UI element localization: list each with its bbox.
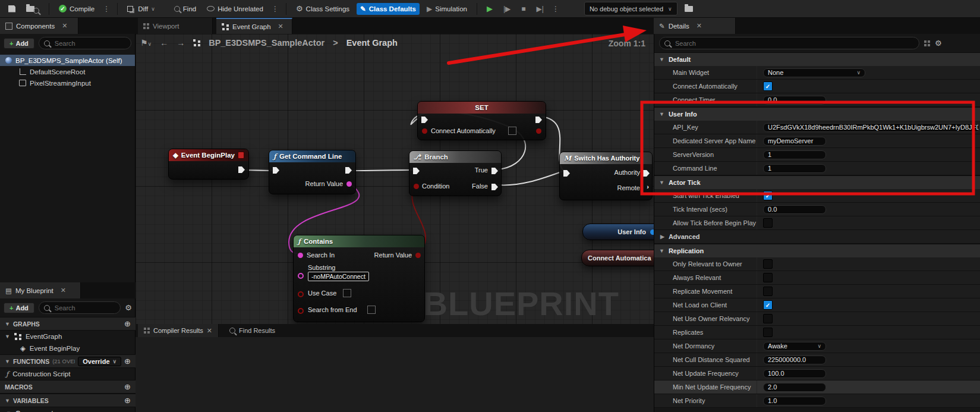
tab-details[interactable]: ✎ Details ✕ xyxy=(654,18,736,34)
tree-item[interactable]: BP_E3DSMPS_SampleActor (Self) xyxy=(0,55,135,66)
close-icon[interactable]: ✕ xyxy=(278,23,283,30)
components-search-input[interactable] xyxy=(53,39,126,48)
details-search[interactable] xyxy=(659,37,919,49)
details-category[interactable]: ▼Default xyxy=(654,52,980,66)
class-defaults-button[interactable]: ✎Class Defaults xyxy=(357,3,420,15)
hide-unrelated-button[interactable]: Hide Unrelated xyxy=(203,4,267,14)
property-input[interactable]: 1 xyxy=(763,164,826,173)
property-checkbox[interactable] xyxy=(763,314,773,323)
use-case-pin[interactable] xyxy=(298,291,304,297)
frame-skip-button[interactable]: |▶ xyxy=(500,3,514,15)
property-input[interactable]: 1 xyxy=(763,150,826,159)
property-checkbox[interactable]: ✓ xyxy=(763,191,773,200)
details-search-input[interactable] xyxy=(674,39,914,48)
node-branch[interactable]: ⎇Branch True Condition False xyxy=(409,150,502,196)
node-get-command-line[interactable]: ƒGet Command Line Return Value xyxy=(269,150,356,194)
close-icon[interactable]: ✕ xyxy=(207,327,212,335)
class-settings-button[interactable]: ⚙Class Settings xyxy=(292,2,353,15)
debug-object-dropdown[interactable]: No debug object selected∨ xyxy=(584,2,678,15)
property-input[interactable]: 2.0 xyxy=(763,383,826,392)
components-category[interactable]: ▼ Components xyxy=(0,407,136,412)
compile-options-button[interactable]: ⋮ xyxy=(102,5,111,13)
property-input[interactable]: myDemoServer xyxy=(763,137,826,146)
diff-button[interactable]: Diff∨ xyxy=(124,4,159,14)
item-eventgraph[interactable]: ▼ EventGraph xyxy=(0,331,136,342)
save-button[interactable] xyxy=(5,4,19,14)
property-checkbox[interactable] xyxy=(763,328,773,337)
stop-button[interactable]: ■ xyxy=(518,3,529,15)
exec-out-pin[interactable] xyxy=(345,167,352,174)
add-graph-button[interactable]: ⊕ xyxy=(124,319,131,328)
return-value-pin[interactable] xyxy=(415,253,421,258)
play-button[interactable]: ▶ xyxy=(483,2,496,15)
property-input[interactable]: 100.0 xyxy=(763,369,826,378)
tree-item[interactable]: PixelStreamingInput xyxy=(0,77,135,89)
return-value-pin[interactable] xyxy=(346,181,352,187)
debug-browse-button[interactable] xyxy=(681,4,697,14)
true-exec-pin[interactable] xyxy=(491,168,498,174)
close-icon[interactable]: ✕ xyxy=(62,22,67,30)
back-arrow-icon[interactable]: ← xyxy=(160,38,168,48)
remote-expand-icon[interactable]: › xyxy=(647,183,649,190)
exec-out-pin[interactable] xyxy=(535,117,542,123)
exec-out-pin[interactable] xyxy=(238,166,245,173)
tree-item[interactable]: DefaultSceneRoot xyxy=(0,66,135,77)
property-input[interactable]: 1.0 xyxy=(763,397,826,405)
property-input[interactable]: 0.0 xyxy=(763,96,826,105)
macros-section-header[interactable]: MACROS ⊕ xyxy=(0,380,136,394)
forward-arrow-icon[interactable]: → xyxy=(177,38,185,48)
tab-compiler-results[interactable]: Compiler Results ✕ xyxy=(138,324,219,337)
node-connect-automatically-variable[interactable]: Connect Automatica xyxy=(581,250,654,266)
bool-checkbox[interactable] xyxy=(508,127,516,135)
bool-in-pin[interactable] xyxy=(422,128,427,134)
substring-pin[interactable] xyxy=(298,273,304,279)
gear-icon[interactable]: ⚙ xyxy=(125,303,132,312)
property-input[interactable]: 0.0 xyxy=(763,205,826,214)
item-event-beginplay[interactable]: ◈ Event BeginPlay xyxy=(0,342,136,354)
breadcrumb-root[interactable]: BP_E3DSMPS_SampleActor xyxy=(209,38,324,48)
tab-components[interactable]: Components ✕ xyxy=(0,18,78,34)
property-checkbox[interactable] xyxy=(763,287,773,296)
node-contains[interactable]: ƒContains Search In Return Value Substri… xyxy=(293,235,425,322)
property-dropdown[interactable]: None∨ xyxy=(763,68,865,77)
property-input[interactable]: U2FsdGVkX18d9heedrnB30IRmPkbQ1Wk1+K1bUig… xyxy=(763,123,979,132)
property-checkbox[interactable] xyxy=(763,218,773,228)
property-checkbox[interactable]: ✓ xyxy=(763,81,773,91)
tab-my-blueprint[interactable]: ▤ My Blueprint ✕ xyxy=(0,282,81,298)
close-icon[interactable]: ✕ xyxy=(697,22,702,30)
event-graph-canvas[interactable]: ⚑∨ ← → BP_E3DSMPS_SampleActor > Event Gr… xyxy=(136,34,654,324)
exec-in-pin[interactable] xyxy=(563,170,570,177)
tab-viewport[interactable]: Viewport xyxy=(138,18,213,34)
details-category[interactable]: ▼Actor Tick xyxy=(654,175,980,189)
property-input[interactable]: 225000000.0 xyxy=(763,356,826,364)
item-construction-script[interactable]: ƒ Construction Script xyxy=(0,368,136,380)
components-search[interactable] xyxy=(39,37,131,49)
find-button[interactable]: Find xyxy=(171,4,200,14)
search-in-pin[interactable] xyxy=(298,253,303,258)
display-filter-icon[interactable] xyxy=(924,40,930,46)
exec-in-pin[interactable] xyxy=(413,168,420,174)
add-component-button[interactable]: +Add xyxy=(4,38,34,49)
functions-section-header[interactable]: ▼ FUNCTIONS (21 OVERRIDABL Override∨ ⊕ xyxy=(0,354,136,368)
details-category[interactable]: ▼Replication xyxy=(654,244,980,257)
node-switch-has-authority[interactable]: MSwitch Has Authority Authority Remote › xyxy=(559,152,653,200)
add-function-button[interactable]: ⊕ xyxy=(124,357,131,366)
subcategory-row[interactable]: ▶Advanced xyxy=(654,233,700,240)
hide-unrelated-options-button[interactable]: ⋮ xyxy=(270,5,280,13)
property-checkbox[interactable]: ✓ xyxy=(763,300,773,310)
browse-button[interactable] xyxy=(23,2,43,15)
graphs-section-header[interactable]: ▼ GRAPHS ⊕ xyxy=(0,317,136,331)
my-blueprint-search-input[interactable] xyxy=(53,304,116,312)
my-blueprint-search[interactable] xyxy=(39,301,121,314)
false-exec-pin[interactable] xyxy=(491,184,498,190)
property-checkbox[interactable] xyxy=(763,273,773,282)
add-blueprint-item-button[interactable]: +Add xyxy=(4,303,34,313)
exec-in-pin[interactable] xyxy=(421,117,428,123)
close-icon[interactable]: ✕ xyxy=(61,287,66,294)
condition-pin[interactable] xyxy=(414,184,419,189)
substring-input[interactable]: -noMPAutoConnect xyxy=(308,272,369,281)
details-category[interactable]: ▼User Info xyxy=(654,107,980,121)
simulation-button[interactable]: ▶Simulation xyxy=(423,3,471,15)
view-options-icon[interactable]: ⚙ xyxy=(935,39,942,48)
node-set-connect-automatically[interactable]: SET Connect Automatically xyxy=(417,101,546,140)
